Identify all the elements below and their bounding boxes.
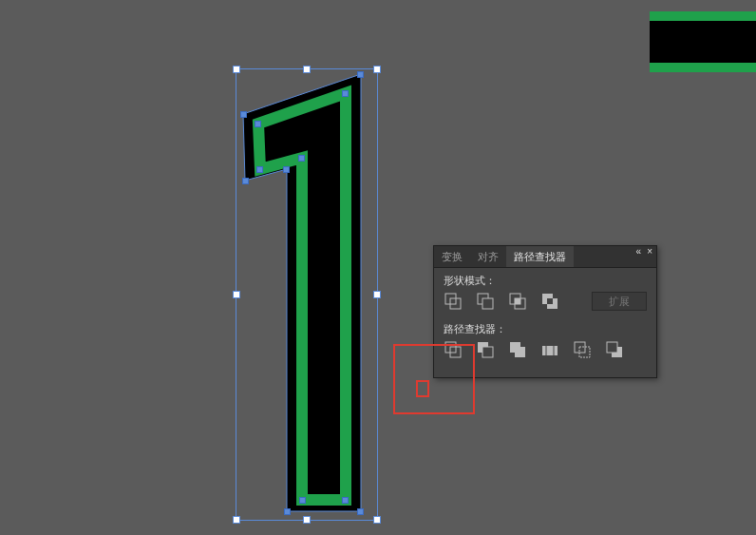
expand-button: 扩展 — [592, 292, 647, 311]
tab-align[interactable]: 对齐 — [470, 246, 506, 267]
swatch-stripe-top — [650, 11, 756, 21]
shape-modes-row: 扩展 — [434, 290, 656, 316]
anchor-point[interactable] — [242, 178, 249, 184]
resize-handle[interactable] — [303, 516, 311, 524]
shape-numeral-1[interactable] — [239, 74, 369, 515]
shape-modes-label: 形状模式： — [434, 268, 656, 290]
panel-collapse-icon[interactable]: « — [636, 247, 642, 257]
intersect-icon[interactable] — [508, 292, 527, 311]
swatch-stripe-mid — [650, 21, 756, 63]
svg-rect-16 — [542, 346, 558, 355]
panel-tabs: 变换 对齐 路径查找器 — [434, 246, 656, 268]
anchor-point[interactable] — [357, 508, 364, 515]
anchor-point[interactable] — [342, 90, 349, 97]
anchor-point[interactable] — [284, 508, 291, 515]
resize-handle[interactable] — [233, 66, 240, 73]
minus-back-icon[interactable] — [605, 340, 624, 359]
exclude-icon[interactable] — [540, 292, 559, 311]
anchor-point[interactable] — [240, 111, 247, 118]
resize-handle[interactable] — [373, 66, 381, 73]
anchor-point[interactable] — [256, 166, 263, 173]
resize-handle[interactable] — [373, 516, 381, 524]
outline-icon[interactable] — [573, 340, 592, 359]
crop-icon[interactable] — [540, 340, 559, 359]
pathfinders-label: 路径查找器： — [434, 316, 656, 338]
pathfinders-row — [434, 338, 656, 365]
anchor-point[interactable] — [342, 497, 349, 504]
anchor-point[interactable] — [299, 497, 306, 504]
svg-rect-3 — [482, 298, 493, 309]
anchor-point[interactable] — [357, 71, 364, 78]
resize-handle[interactable] — [303, 66, 311, 73]
merge-icon[interactable] — [508, 340, 527, 359]
svg-rect-13 — [482, 347, 493, 357]
svg-rect-9 — [547, 298, 553, 304]
highlight-box-inner — [416, 380, 429, 397]
resize-handle[interactable] — [233, 516, 240, 524]
anchor-point[interactable] — [298, 155, 305, 162]
anchor-point[interactable] — [283, 166, 290, 173]
divide-icon[interactable] — [444, 340, 463, 359]
tab-transform[interactable]: 变换 — [434, 246, 470, 267]
corner-swatch — [650, 11, 756, 87]
minus-front-icon[interactable] — [476, 292, 495, 311]
unite-icon[interactable] — [444, 292, 463, 311]
resize-handle[interactable] — [373, 291, 381, 298]
panel-close-icon[interactable]: × — [647, 247, 652, 257]
anchor-point[interactable] — [255, 121, 261, 127]
swatch-stripe-bottom — [650, 63, 756, 72]
pathfinder-panel[interactable]: « × 变换 对齐 路径查找器 形状模式： 扩展 路径查找器： — [433, 245, 657, 378]
trim-icon[interactable] — [476, 340, 495, 359]
tab-pathfinder[interactable]: 路径查找器 — [506, 246, 574, 267]
svg-rect-21 — [607, 342, 617, 353]
artboard[interactable]: « × 变换 对齐 路径查找器 形状模式： 扩展 路径查找器： — [0, 0, 756, 535]
svg-rect-6 — [515, 298, 520, 304]
svg-rect-15 — [515, 347, 525, 357]
